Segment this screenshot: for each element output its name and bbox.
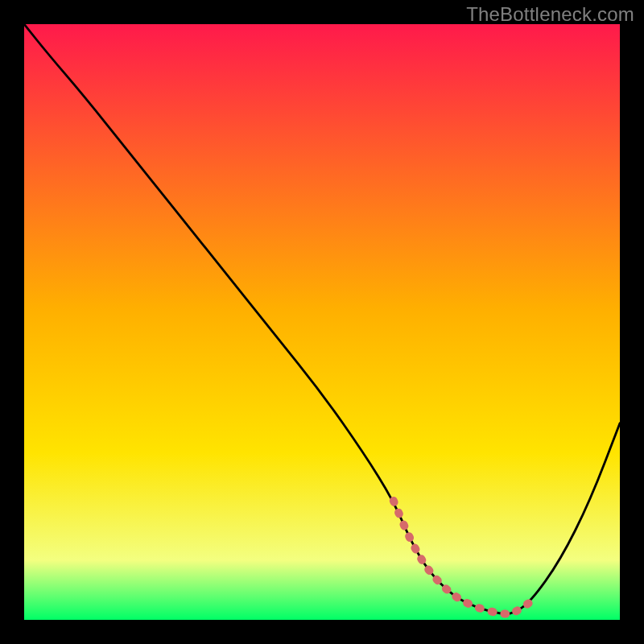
watermark-text: TheBottleneck.com <box>466 3 634 26</box>
bottleneck-chart <box>24 24 620 620</box>
frame-right <box>620 0 644 644</box>
gradient-background <box>24 24 620 620</box>
frame-bottom <box>0 620 644 644</box>
frame-left <box>0 0 24 644</box>
